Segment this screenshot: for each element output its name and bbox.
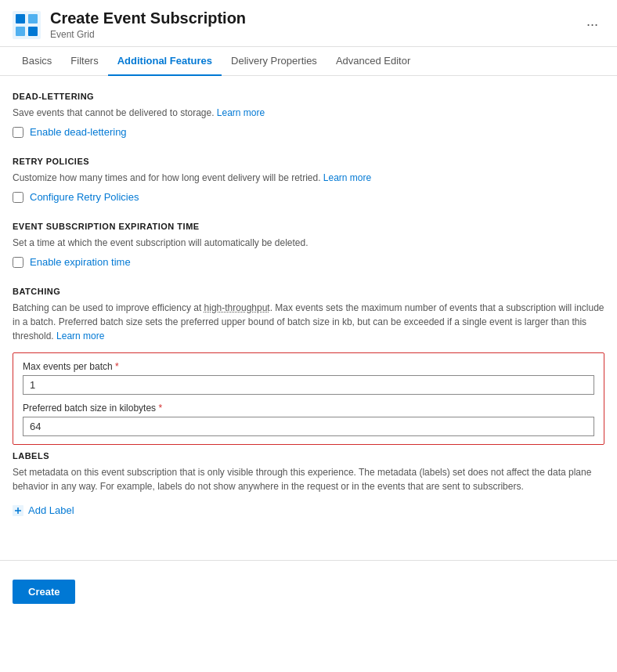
dead-lettering-desc-text: Save events that cannot be delivered to … [13, 107, 217, 118]
svg-rect-2 [28, 14, 38, 23]
expiration-checkbox[interactable] [13, 257, 23, 268]
batching-desc: Batching can be used to improve efficien… [13, 301, 604, 343]
event-grid-icon [13, 11, 41, 39]
dead-lettering-checkbox-row: Enable dead-lettering [13, 126, 604, 138]
preferred-batch-input[interactable] [23, 417, 594, 436]
header-text-group: Create Event Subscription Event Grid [50, 9, 580, 40]
batching-learn-more[interactable]: Learn more [56, 331, 104, 341]
retry-policies-checkbox-row: Configure Retry Policies [13, 191, 604, 203]
dead-lettering-desc: Save events that cannot be delivered to … [13, 106, 604, 120]
tab-additional-features[interactable]: Additional Features [108, 47, 222, 76]
tab-bar: Basics Filters Additional Features Deliv… [0, 47, 617, 76]
labels-section: LABELS Set metadata on this event subscr… [13, 451, 604, 519]
labels-desc: Set metadata on this event subscription … [13, 465, 604, 493]
retry-policies-label[interactable]: Configure Retry Policies [30, 191, 139, 203]
max-events-label: Max events per batch * [23, 361, 594, 372]
tab-filters[interactable]: Filters [61, 47, 107, 76]
retry-policies-title: RETRY POLICIES [13, 157, 604, 166]
page-title: Create Event Subscription [50, 9, 580, 27]
page-header: Create Event Subscription Event Grid ··· [0, 0, 617, 47]
expiration-section: EVENT SUBSCRIPTION EXPIRATION TIME Set a… [13, 222, 604, 268]
dead-lettering-label[interactable]: Enable dead-lettering [30, 126, 127, 138]
preferred-batch-required-star: * [158, 403, 162, 414]
max-events-input[interactable] [23, 375, 594, 395]
add-label-text: Add Label [28, 504, 74, 516]
footer: Create [0, 567, 617, 616]
main-content: DEAD-LETTERING Save events that cannot b… [0, 76, 617, 554]
retry-policies-desc-text: Customize how many times and for how lon… [13, 172, 323, 183]
dead-lettering-checkbox[interactable] [13, 127, 23, 138]
retry-policies-desc: Customize how many times and for how lon… [13, 171, 604, 185]
more-options-button[interactable]: ··· [580, 13, 604, 36]
dead-lettering-learn-more[interactable]: Learn more [217, 107, 265, 118]
preferred-batch-label: Preferred batch size in kilobytes * [23, 403, 594, 414]
labels-title: LABELS [13, 451, 604, 461]
tab-advanced-editor[interactable]: Advanced Editor [327, 47, 420, 76]
expiration-checkbox-row: Enable expiration time [13, 256, 604, 268]
max-events-required-star: * [115, 361, 119, 372]
dead-lettering-section: DEAD-LETTERING Save events that cannot b… [13, 92, 604, 138]
retry-policies-learn-more[interactable]: Learn more [323, 172, 371, 183]
expiration-label[interactable]: Enable expiration time [30, 256, 131, 268]
footer-divider [0, 560, 617, 561]
expiration-title: EVENT SUBSCRIPTION EXPIRATION TIME [13, 222, 604, 231]
page-subtitle: Event Grid [50, 29, 580, 40]
retry-policies-section: RETRY POLICIES Customize how many times … [13, 157, 604, 203]
batching-section: BATCHING Batching can be used to improve… [13, 287, 604, 445]
tab-basics[interactable]: Basics [13, 47, 61, 76]
tab-delivery-properties[interactable]: Delivery Properties [222, 47, 327, 76]
svg-rect-4 [28, 27, 38, 36]
batching-fields-container: Max events per batch * Preferred batch s… [13, 352, 604, 445]
create-button[interactable]: Create [13, 580, 75, 604]
add-label-button[interactable]: Add Label [13, 501, 74, 519]
batching-title: BATCHING [13, 287, 604, 296]
dead-lettering-title: DEAD-LETTERING [13, 92, 604, 101]
svg-rect-1 [16, 14, 25, 23]
svg-rect-3 [16, 27, 25, 36]
preferred-batch-field-group: Preferred batch size in kilobytes * [23, 403, 594, 436]
expiration-desc: Set a time at which the event subscripti… [13, 236, 604, 250]
retry-policies-checkbox[interactable] [13, 192, 23, 203]
add-label-icon [13, 505, 23, 516]
max-events-field-group: Max events per batch * [23, 361, 594, 395]
